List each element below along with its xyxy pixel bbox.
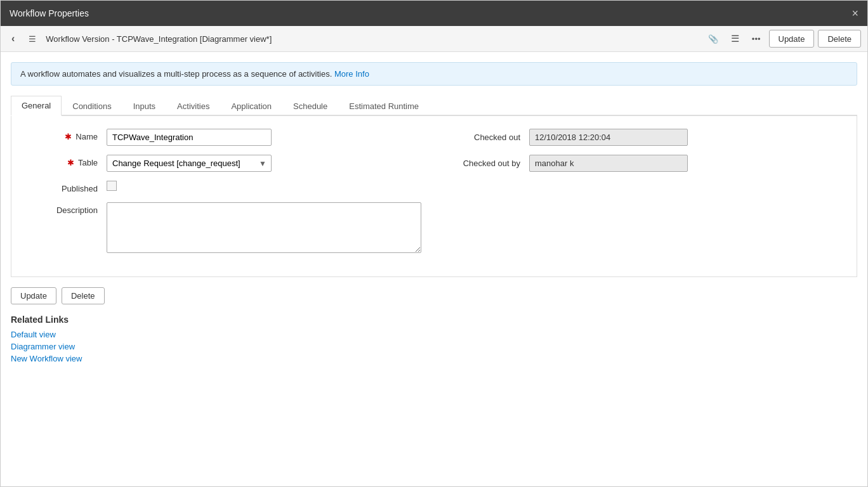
published-field: [107, 181, 272, 193]
toolbar: ‹ ☰ Workflow Version - TCPWave_Integrati…: [1, 26, 867, 52]
back-button[interactable]: ‹: [7, 30, 19, 48]
menu-button[interactable]: ☰: [24, 31, 41, 47]
back-icon: ‹: [11, 33, 15, 44]
related-links: Related Links Default view Diagrammer vi…: [11, 315, 857, 366]
description-label: Description: [30, 202, 107, 215]
right-col: Checked out Checked out by: [421, 129, 838, 172]
checked-out-by-input: [529, 155, 688, 172]
name-field: [107, 129, 272, 146]
tab-schedule[interactable]: Schedule: [282, 96, 338, 116]
title-bar: Workflow Properties ×: [1, 1, 867, 26]
checked-out-by-label: Checked out by: [447, 159, 529, 168]
name-required-star: ✱: [65, 132, 72, 141]
tab-application[interactable]: Application: [220, 96, 282, 116]
published-label: Published: [30, 181, 107, 193]
settings-icon: ☰: [731, 33, 739, 44]
breadcrumb: Workflow Version - TCPWave_Integration […: [46, 34, 699, 44]
checked-out-row: Checked out: [447, 129, 838, 146]
more-info-link[interactable]: More Info: [334, 69, 369, 79]
table-required-star: ✱: [67, 158, 74, 167]
toolbar-update-button[interactable]: Update: [769, 30, 815, 48]
checked-out-by-row: Checked out by: [447, 155, 838, 172]
related-link-default-view[interactable]: Default view: [11, 330, 857, 339]
main-content: A workflow automates and visualizes a mu…: [1, 52, 867, 486]
info-banner: A workflow automates and visualizes a mu…: [11, 62, 857, 86]
related-link-diagrammer-view[interactable]: Diagrammer view: [11, 342, 857, 351]
name-input[interactable]: [107, 129, 272, 146]
more-icon: •••: [752, 34, 761, 44]
tab-general[interactable]: General: [11, 96, 62, 116]
more-button[interactable]: •••: [747, 30, 765, 48]
form-area: ✱ Name ✱ Table: [11, 116, 857, 277]
tab-conditions[interactable]: Conditions: [62, 96, 122, 116]
checked-out-label: Checked out: [447, 133, 529, 142]
info-text: A workflow automates and visualizes a mu…: [20, 69, 332, 79]
table-select-wrapper: Change Request [change_request] ▼: [107, 155, 272, 172]
table-label: ✱ Table: [30, 155, 107, 167]
close-button[interactable]: ×: [852, 8, 858, 19]
checked-out-input: [529, 129, 688, 146]
delete-button[interactable]: Delete: [62, 287, 105, 304]
window-title: Workflow Properties: [10, 8, 89, 18]
table-select[interactable]: Change Request [change_request]: [107, 155, 272, 172]
table-row: ✱ Table Change Request [change_request] …: [30, 155, 421, 172]
menu-icon: ☰: [29, 34, 36, 44]
form-bottom-buttons: Update Delete: [11, 287, 857, 304]
workflow-properties-window: Workflow Properties × ‹ ☰ Workflow Versi…: [0, 0, 868, 487]
update-button[interactable]: Update: [11, 287, 56, 304]
tabs-container: General Conditions Inputs Activities App…: [11, 96, 857, 116]
description-row: Description: [30, 202, 421, 255]
tab-inputs[interactable]: Inputs: [122, 96, 166, 116]
toolbar-delete-button[interactable]: Delete: [818, 30, 861, 48]
attachment-icon: 📎: [708, 34, 718, 44]
attachment-button[interactable]: 📎: [704, 30, 723, 48]
published-checkbox[interactable]: [107, 181, 117, 191]
tabs: General Conditions Inputs Activities App…: [11, 96, 857, 116]
settings-button[interactable]: ☰: [727, 30, 744, 48]
tab-estimated-runtime[interactable]: Estimated Runtime: [338, 96, 430, 116]
form-two-col: ✱ Name ✱ Table: [30, 129, 838, 264]
published-row: Published: [30, 181, 421, 193]
related-links-title: Related Links: [11, 315, 857, 325]
left-col: ✱ Name ✱ Table: [30, 129, 421, 264]
toolbar-actions: 📎 ☰ ••• Update Delete: [704, 30, 861, 48]
related-link-new-workflow-view[interactable]: New Workflow view: [11, 354, 857, 363]
tab-activities[interactable]: Activities: [166, 96, 220, 116]
name-label: ✱ Name: [30, 129, 107, 141]
description-textarea[interactable]: [107, 202, 421, 253]
description-field-wrapper: [107, 202, 421, 255]
name-row: ✱ Name: [30, 129, 421, 146]
